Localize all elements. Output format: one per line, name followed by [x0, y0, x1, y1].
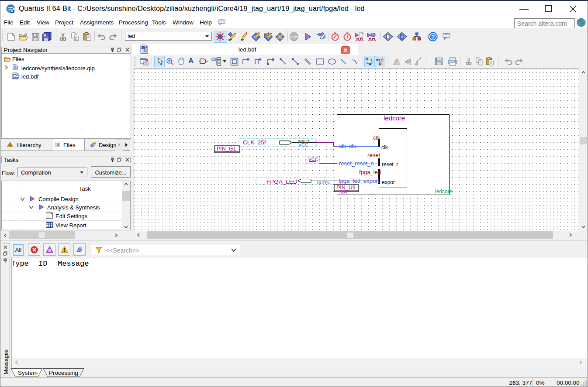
svg-text:export: export	[382, 179, 397, 185]
svg-text:?: ?	[431, 34, 435, 40]
svg-text:reset_n: reset_n	[382, 161, 399, 168]
svg-text:ledcore: ledcore	[384, 114, 405, 122]
svg-text:Processing: Processing	[49, 370, 78, 376]
svg-text:OUTPU: OUTPU	[317, 181, 331, 185]
svg-text:D: D	[265, 34, 267, 37]
svg-text:clk: clk	[373, 134, 380, 141]
svg-text:FPGA_LED: FPGA_LED	[266, 178, 297, 185]
svg-text:VCC: VCC	[298, 142, 308, 147]
svg-text:CLK_25M: CLK_25M	[243, 139, 269, 146]
svg-text:BDF: BDF	[13, 77, 19, 79]
svg-text:STOP: STOP	[290, 35, 298, 38]
svg-text:clk: clk	[381, 144, 388, 151]
svg-text:PIN_U9: PIN_U9	[336, 185, 356, 191]
svg-text:VCC: VCC	[308, 157, 318, 162]
svg-text:reset: reset	[367, 152, 380, 158]
svg-text:clk_clk: clk_clk	[339, 143, 356, 149]
svg-text:System: System	[18, 370, 38, 376]
svg-text:PIN_G1: PIN_G1	[217, 146, 236, 152]
svg-text:ledcore: ledcore	[435, 188, 453, 195]
svg-text:fpga_led: fpga_led	[359, 169, 381, 175]
svg-text:reset_reset_n: reset_reset_n	[339, 160, 374, 167]
